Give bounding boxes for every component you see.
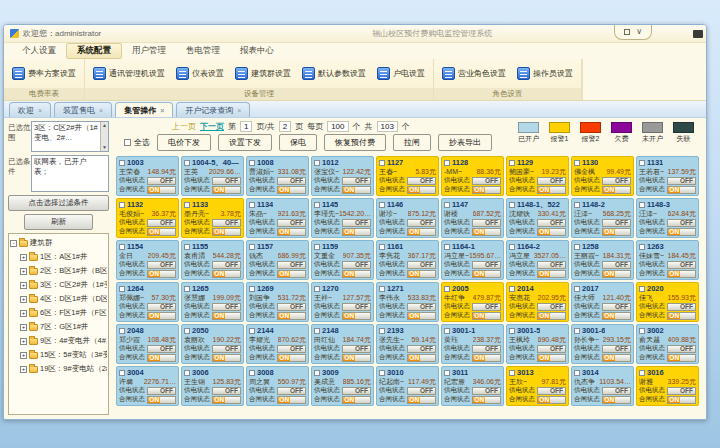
meter-card[interactable]: 1145李瑾先~1542.20…供电状态OFF合闸状态ON (311, 198, 374, 238)
menu-item-0[interactable]: 个人设置 (12, 44, 66, 58)
meter-card[interactable]: 1130佛金枫99.49元供电状态OFF合闸状态ON (571, 156, 634, 196)
supply-status-toggle[interactable]: OFF (212, 345, 241, 353)
scroll-up-icon[interactable]: ▲ (102, 122, 107, 129)
ribbon-button[interactable]: 建筑群设置 (235, 67, 291, 80)
supply-status-toggle[interactable]: OFF (667, 177, 696, 185)
meter-card[interactable]: 3004许馨2276.71…供电状态OFF合闸状态ON (116, 366, 179, 406)
card-checkbox[interactable] (314, 328, 320, 334)
meter-card[interactable]: 1128-MM~88.36元供电状态OFF合闸状态ON (441, 156, 504, 196)
supply-status-toggle[interactable]: OFF (147, 177, 176, 185)
choose-filter-button[interactable]: 点击选择过滤条件 (8, 195, 109, 211)
meter-card[interactable]: 1155袁甫清544.28元供电状态OFF合闸状态ON (181, 240, 244, 280)
expand-icon[interactable]: + (20, 268, 27, 275)
card-checkbox[interactable] (314, 286, 320, 292)
card-checkbox[interactable] (184, 370, 190, 376)
supply-status-toggle[interactable]: OFF (147, 303, 176, 311)
ribbon-button[interactable]: 操作员设置 (517, 67, 573, 80)
card-checkbox[interactable] (379, 160, 385, 166)
meter-card[interactable]: 3010纪起南~117.49元供电状态OFF合闸状态ON (376, 366, 439, 406)
close-status-toggle[interactable]: ON (277, 270, 306, 278)
card-checkbox[interactable] (184, 286, 190, 292)
close-status-toggle[interactable]: ON (147, 354, 176, 362)
tab-3[interactable]: 开户记录查询× (176, 102, 250, 117)
supply-status-toggle[interactable]: OFF (212, 261, 241, 269)
card-checkbox[interactable] (119, 244, 125, 250)
tree-item-6[interactable]: +9区：4#变电井（4#… (10, 334, 107, 348)
supply-status-toggle[interactable]: OFF (407, 387, 436, 395)
supply-status-toggle[interactable]: OFF (212, 219, 241, 227)
close-status-toggle[interactable]: ON (667, 396, 696, 404)
tree-item-5[interactable]: +7区：G区1#井 (10, 320, 107, 334)
close-status-toggle[interactable]: ON (277, 396, 306, 404)
tree-item-7[interactable]: +15区：5#变站（3#变电… (10, 348, 107, 362)
toolbar-button-1[interactable]: 设置下发 (218, 134, 272, 151)
close-status-toggle[interactable]: ON (602, 396, 631, 404)
supply-status-toggle[interactable]: OFF (407, 219, 436, 227)
expand-icon[interactable]: + (20, 310, 27, 317)
meter-card[interactable]: 1258王丽霞~184.31元供电状态OFF合闸状态ON (571, 240, 634, 280)
tree-item-3[interactable]: +4区：D区1#井（D区1… (10, 292, 107, 306)
meter-card[interactable]: 1148-3汪泽~624.84元供电状态OFF合闸状态ON (636, 198, 699, 238)
meter-card[interactable]: 1004-5、40—王英2029.66…供电状态OFF合闸状态ON (181, 156, 244, 196)
tree-root[interactable]: -建筑群 (10, 236, 107, 250)
close-status-toggle[interactable]: ON (212, 270, 241, 278)
card-checkbox[interactable] (574, 328, 580, 334)
supply-status-toggle[interactable]: OFF (277, 261, 306, 269)
close-status-toggle[interactable]: ON (537, 186, 566, 194)
close-status-toggle[interactable]: ON (342, 396, 371, 404)
card-checkbox[interactable] (574, 286, 580, 292)
close-status-toggle[interactable]: ON (407, 270, 436, 278)
close-status-toggle[interactable]: ON (537, 312, 566, 320)
close-status-toggle[interactable]: ON (212, 228, 241, 236)
close-status-toggle[interactable]: ON (537, 396, 566, 404)
supply-status-toggle[interactable]: OFF (602, 219, 631, 227)
ribbon-button[interactable]: 费率方案设置 (12, 67, 76, 80)
card-checkbox[interactable] (444, 160, 450, 166)
meter-card[interactable]: 3002俞天越409.88元供电状态OFF合闸状态ON (636, 324, 699, 364)
card-checkbox[interactable] (639, 286, 645, 292)
supply-status-toggle[interactable]: OFF (537, 387, 566, 395)
close-status-toggle[interactable]: ON (472, 270, 501, 278)
close-status-toggle[interactable]: ON (407, 228, 436, 236)
meter-card[interactable]: 3006王生锦125.83元供电状态OFF合闸状态ON (181, 366, 244, 406)
close-status-toggle[interactable]: ON (472, 228, 501, 236)
supply-status-toggle[interactable]: OFF (342, 261, 371, 269)
card-checkbox[interactable] (184, 202, 190, 208)
close-status-toggle[interactable]: ON (342, 312, 371, 320)
supply-status-toggle[interactable]: OFF (602, 387, 631, 395)
meter-card[interactable]: 1146谢珍~875.12元供电状态OFF合闸状态ON (376, 198, 439, 238)
card-checkbox[interactable] (379, 202, 385, 208)
tree-item-1[interactable]: +2区：B区1#井（B区1#… (10, 264, 107, 278)
meter-card[interactable]: 1270王祥~127.57元供电状态OFF合闸状态ON (311, 282, 374, 322)
supply-status-toggle[interactable]: OFF (277, 345, 306, 353)
supply-status-toggle[interactable]: OFF (407, 261, 436, 269)
meter-card[interactable]: 2020佳飞155.93元供电状态OFF合闸状态ON (636, 282, 699, 322)
menu-item-4[interactable]: 报表中心 (230, 44, 284, 58)
supply-status-toggle[interactable]: OFF (472, 261, 501, 269)
meter-card[interactable]: 3013王欣~97.81元供电状态OFF合闸状态ON (506, 366, 569, 406)
card-checkbox[interactable] (249, 370, 255, 376)
meter-card[interactable]: 1134朱晶~921.63元供电状态OFF合闸状态ON (246, 198, 309, 238)
meter-card[interactable]: 3014仇杰争1103.54…供电状态OFF合闸状态ON (571, 366, 634, 406)
menu-item-3[interactable]: 售电管理 (176, 44, 230, 58)
card-checkbox[interactable] (574, 202, 580, 208)
meter-card[interactable]: 3001-5王枫玲690.48元供电状态OFF合闸状态ON (506, 324, 569, 364)
supply-status-toggle[interactable]: OFF (407, 177, 436, 185)
supply-status-toggle[interactable]: OFF (602, 177, 631, 185)
ribbon-button[interactable]: 营业角色设置 (442, 67, 506, 80)
close-status-toggle[interactable]: ON (667, 312, 696, 320)
expand-icon[interactable]: + (20, 324, 27, 331)
card-checkbox[interactable] (249, 328, 255, 334)
card-checkbox[interactable] (119, 160, 125, 166)
close-status-toggle[interactable]: ON (667, 354, 696, 362)
listbox-scrollbar[interactable]: ▲▼ (100, 122, 108, 151)
card-checkbox[interactable] (639, 244, 645, 250)
expand-icon[interactable]: + (20, 282, 27, 289)
supply-status-toggle[interactable]: OFF (472, 345, 501, 353)
close-status-toggle[interactable]: ON (407, 186, 436, 194)
close-status-toggle[interactable]: ON (602, 312, 631, 320)
close-status-toggle[interactable]: ON (472, 186, 501, 194)
card-checkbox[interactable] (444, 370, 450, 376)
meter-card[interactable]: 1127王春~5.83元供电状态OFF合闸状态ON (376, 156, 439, 196)
card-checkbox[interactable] (444, 244, 450, 250)
